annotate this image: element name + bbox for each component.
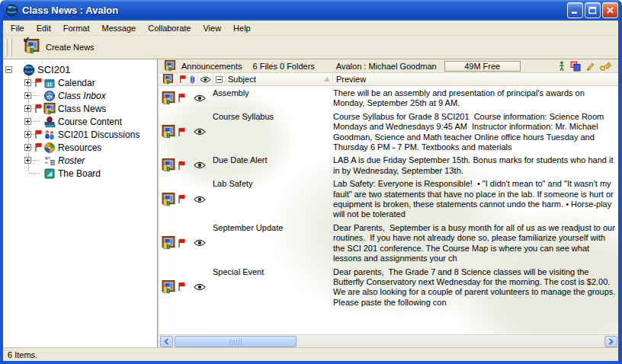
scrollbar-track[interactable] [297, 336, 604, 347]
news-item-row-due-date-alert[interactable]: Due Date Alert LAB A is due Friday Septe… [159, 153, 618, 177]
key-pencil-icon[interactable] [600, 61, 612, 72]
sidebar-item-course-content[interactable]: Course Content [3, 115, 157, 128]
create-news-button[interactable]: Create News [21, 37, 98, 57]
close-button[interactable] [602, 2, 618, 18]
preview-column-header[interactable]: Preview [333, 73, 618, 85]
scroll-left-button[interactable] [160, 336, 173, 347]
title-bar: Class News : Avalon [0, 0, 622, 21]
maximize-button[interactable] [585, 2, 601, 18]
news-item-row-special-event[interactable]: Special Event Dear parents, The Grade 7 … [159, 265, 618, 309]
expand-icon[interactable] [24, 157, 31, 164]
menu-help[interactable]: Help [227, 22, 257, 34]
folder-name: Announcements [181, 62, 242, 71]
news-item-row-september-update[interactable]: September Update Dear Parents, September… [159, 221, 618, 265]
sidebar-item-class-inbox[interactable]: Class Inbox [3, 89, 157, 102]
roster-icon [43, 155, 56, 167]
sidebar-item-label: Class Inbox [58, 91, 106, 101]
application-window: Class News : Avalon File Edit Format Mes… [0, 0, 622, 364]
news-item-icon [162, 158, 175, 172]
chevron-right-icon [608, 338, 614, 345]
sidebar-item-label: Resources [58, 142, 101, 153]
flag-icon [178, 127, 185, 137]
minimize-icon [571, 6, 579, 14]
toolbar-grip[interactable] [5, 38, 8, 56]
menu-view[interactable]: View [197, 22, 227, 34]
toolbar-grip[interactable] [10, 38, 12, 56]
sidebar-item-roster[interactable]: Roster [3, 154, 157, 167]
news-item-row-assembly[interactable]: Assembly There will be an assembly and p… [159, 86, 618, 110]
sidebar-item-sci201[interactable]: SCI201 [3, 63, 157, 76]
item-type-column-header[interactable] [159, 73, 178, 85]
sidebar-item-label: SCI201 Discussions [58, 129, 139, 140]
collapse-icon [216, 76, 223, 83]
sidebar-item-label: Roster [58, 155, 85, 166]
news-item-icon [162, 91, 175, 105]
toolbar: Create News [3, 36, 618, 59]
news-item-icon [162, 236, 175, 250]
expand-icon[interactable] [24, 118, 31, 125]
sidebar-item-label: The Board [58, 168, 101, 179]
expand-icon[interactable] [24, 131, 31, 138]
item-preview: Lab Safety: Everyone is Responsible! • "… [333, 178, 618, 220]
board-icon [43, 168, 56, 180]
news-list-panel: Announcements 6 Files 0 Folders Avalon :… [159, 59, 618, 347]
flag-icon [34, 142, 42, 152]
item-preview: LAB A is due Friday September 15th. Bonu… [333, 155, 618, 176]
person-icon[interactable] [558, 61, 566, 72]
sort-ascending-icon [324, 77, 330, 81]
item-preview: There will be an assembly and presentati… [333, 88, 618, 109]
news-item-row-course-syllabus[interactable]: Course Syllabus Course Syllabus for Grad… [159, 110, 618, 154]
eye-icon [194, 239, 206, 247]
item-subject: September Update [211, 222, 333, 233]
expand-icon[interactable] [24, 92, 31, 99]
flag-icon [178, 238, 185, 248]
menu-message[interactable]: Message [96, 22, 143, 34]
item-subject: Assembly [211, 88, 333, 98]
scroll-right-button[interactable] [604, 336, 617, 347]
eye-icon [194, 161, 206, 169]
horizontal-scrollbar[interactable] [159, 334, 618, 347]
minimize-button[interactable] [567, 2, 583, 18]
window-title: Class News : Avalon [22, 5, 566, 16]
menu-format[interactable]: Format [57, 22, 96, 34]
menu-file[interactable]: File [5, 22, 30, 34]
eye-icon [200, 76, 211, 83]
news-item-row-lab-safety[interactable]: Lab Safety Lab Safety: Everyone is Respo… [159, 177, 618, 221]
news-icon [162, 74, 174, 85]
flag-icon [178, 161, 185, 171]
news-icon [164, 60, 176, 72]
globe-icon [23, 64, 35, 76]
sidebar-item-resources[interactable]: Resources [3, 141, 157, 154]
sidebar-item-calendar[interactable]: Calendar [3, 76, 157, 89]
folder-tree-panel: SCI201 Calendar Class Inbox [3, 59, 158, 347]
item-count: 6 Items. [8, 350, 37, 359]
expand-icon[interactable] [24, 79, 31, 86]
collapse-all-control[interactable] [213, 73, 226, 85]
sidebar-item-class-news[interactable]: Class News [3, 102, 157, 115]
scrollbar-thumb[interactable] [175, 336, 297, 347]
chevron-left-icon [164, 338, 169, 345]
pencil-icon[interactable] [585, 61, 595, 72]
sidebar-item-sci201-discussions[interactable]: SCI201 Discussions [3, 128, 157, 141]
main-area: SCI201 Calendar Class Inbox [3, 59, 618, 347]
sidebar-item-the-board[interactable]: The Board [3, 167, 157, 180]
viewed-column-header[interactable] [198, 73, 213, 85]
item-preview: Dear parents, The Grade 7 and 8 Science … [333, 267, 618, 308]
subject-column-header[interactable]: Subject [226, 73, 333, 85]
flag-column-header[interactable] [178, 73, 188, 85]
expand-icon[interactable] [24, 105, 31, 112]
flag-icon [178, 93, 185, 103]
collapse-icon[interactable] [5, 66, 12, 73]
resources-icon [43, 142, 56, 154]
item-subject: Due Date Alert [211, 155, 333, 165]
eye-icon [194, 283, 206, 291]
subject-column-label: Subject [228, 75, 256, 84]
discussion-people-icon [43, 129, 56, 141]
list-column-header: Subject Preview [159, 73, 618, 86]
expand-icon[interactable] [24, 144, 31, 151]
menu-collaborate[interactable]: Collaborate [142, 22, 197, 34]
books-icon [43, 116, 56, 128]
attachment-column-header[interactable] [188, 73, 198, 85]
layers-icon[interactable] [570, 61, 581, 72]
menu-edit[interactable]: Edit [30, 22, 57, 34]
